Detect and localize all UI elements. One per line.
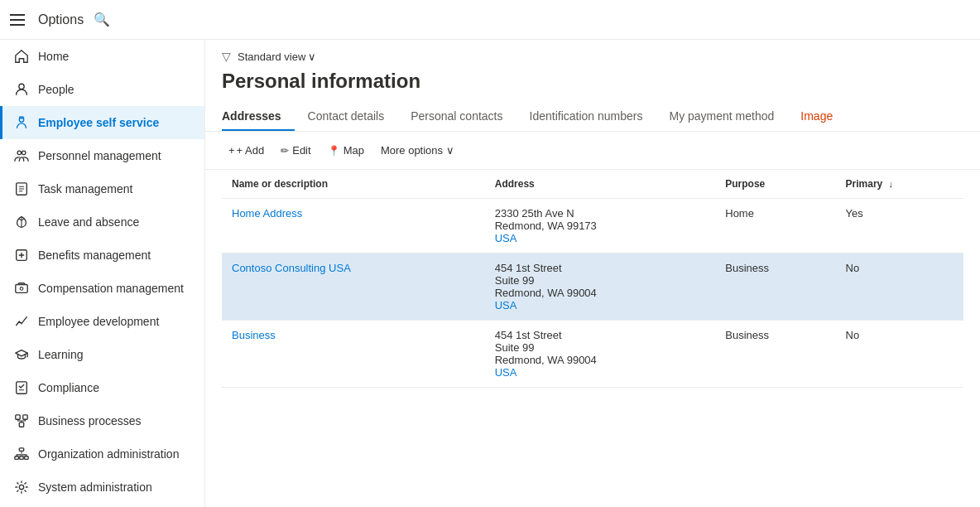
address-name-link[interactable]: Business [232, 329, 276, 341]
tabs-bar: AddressesContact detailsPersonal contact… [222, 103, 963, 131]
svg-rect-7 [16, 285, 27, 293]
add-button[interactable]: + + Add [222, 140, 271, 161]
col-header-name: Name or description [222, 170, 485, 199]
person-badge-icon [13, 114, 30, 131]
sidebar-item-label: Compensation management [38, 282, 184, 295]
sort-icon: ↓ [889, 179, 894, 189]
sidebar-item-employee-development[interactable]: Employee development [0, 305, 204, 338]
cell-purpose: Business [715, 254, 835, 321]
tab-my-payment-method[interactable]: My payment method [656, 103, 787, 131]
filter-icon[interactable]: ▽ [222, 50, 231, 63]
col-header-primary[interactable]: Primary ↓ [836, 170, 963, 199]
svg-point-8 [20, 287, 23, 291]
cell-name: Home Address [222, 199, 485, 254]
cell-primary: No [836, 321, 963, 388]
person-icon [13, 81, 30, 98]
search-icon[interactable]: 🔍 [94, 12, 110, 27]
table-container: Name or description Address Purpose Prim… [205, 170, 980, 388]
svg-rect-11 [23, 415, 27, 419]
tab-personal-contacts[interactable]: Personal contacts [397, 103, 516, 131]
standard-view-dropdown[interactable]: Standard view ∨ [238, 51, 316, 63]
layout: Home People Employee self service Person… [0, 40, 980, 507]
learning-icon [13, 346, 30, 363]
table-row[interactable]: Home Address 2330 25th Ave NRedmond, WA … [222, 199, 963, 254]
tab-identification-numbers[interactable]: Identification numbers [516, 103, 656, 131]
more-options-button[interactable]: More options ∨ [374, 140, 461, 161]
compensation-icon [13, 280, 30, 297]
compliance-icon [13, 379, 30, 396]
filter-view-row: ▽ Standard view ∨ [222, 50, 963, 63]
col-header-address: Address [485, 170, 716, 199]
development-icon [13, 313, 30, 330]
sidebar-item-label: Employee development [38, 315, 159, 328]
svg-rect-10 [16, 415, 20, 419]
sidebar-item-label: Business processes [38, 414, 142, 427]
tab-image[interactable]: Image [787, 103, 846, 131]
sidebar-item-compensation-management[interactable]: Compensation management [0, 272, 204, 305]
tab-addresses[interactable]: Addresses [222, 103, 295, 131]
sidebar-item-learning[interactable]: Learning [0, 338, 204, 371]
sidebar-item-benefits-management[interactable]: Benefits management [0, 239, 204, 272]
sidebar-item-business-processes[interactable]: Business processes [0, 404, 204, 437]
chevron-down-icon: ∨ [308, 51, 316, 63]
sidebar-item-label: System administration [38, 480, 152, 494]
topbar-title: Options [38, 12, 84, 27]
page-title: Personal information [222, 70, 963, 93]
cell-purpose: Home [715, 199, 835, 254]
sidebar-item-task-management[interactable]: Task management [0, 172, 204, 205]
sidebar-item-label: Home [38, 50, 69, 63]
address-name-link[interactable]: Home Address [232, 207, 302, 220]
map-button[interactable]: 📍 Map [321, 140, 371, 161]
sidebar-item-employee-self-service[interactable]: Employee self service [0, 106, 204, 139]
main-content: ▽ Standard view ∨ Personal information A… [205, 40, 980, 507]
table-header-row: Name or description Address Purpose Prim… [222, 170, 963, 199]
sidebar-item-home[interactable]: Home [0, 40, 204, 73]
cell-address: 454 1st StreetSuite 99Redmond, WA 99004U… [485, 321, 716, 388]
benefits-icon [13, 247, 30, 263]
cell-name: Contoso Consulting USA [222, 254, 485, 321]
table-row[interactable]: Contoso Consulting USA 454 1st StreetSui… [222, 254, 963, 321]
sidebar-item-label: Leave and absence [38, 215, 139, 229]
sidebar-item-personnel-management[interactable]: Personnel management [0, 139, 204, 172]
svg-point-0 [19, 84, 24, 89]
svg-point-3 [17, 151, 22, 155]
sidebar-item-label: People [38, 83, 74, 96]
svg-point-17 [19, 485, 23, 489]
sidebar-item-label: Personnel management [38, 149, 161, 162]
leave-icon [13, 214, 30, 230]
sidebar-item-label: Organization administration [38, 447, 179, 461]
business-processes-icon [13, 413, 30, 429]
sidebar-item-people[interactable]: People [0, 73, 204, 106]
top-bar: Options 🔍 [0, 0, 980, 40]
sidebar-item-organization-administration[interactable]: Organization administration [0, 437, 204, 471]
address-name-link[interactable]: Contoso Consulting USA [232, 262, 351, 274]
table-row[interactable]: Business 454 1st StreetSuite 99Redmond, … [222, 321, 963, 388]
org-admin-icon [13, 446, 30, 462]
edit-button[interactable]: ✏ Edit [274, 140, 317, 161]
chevron-down-icon: ∨ [446, 144, 454, 157]
people-team-icon [13, 147, 30, 164]
sidebar-item-leave-and-absence[interactable]: Leave and absence [0, 205, 204, 239]
tab-contact-details[interactable]: Contact details [295, 103, 398, 131]
system-admin-icon [13, 479, 30, 495]
content-header: ▽ Standard view ∨ Personal information A… [205, 40, 980, 132]
cell-name: Business [222, 321, 485, 388]
svg-rect-15 [20, 456, 24, 460]
sidebar-item-label: Employee self service [38, 116, 159, 129]
toolbar: + + Add ✏ Edit 📍 Map More options ∨ [205, 132, 980, 170]
sidebar-item-label: Compliance [38, 381, 99, 394]
add-icon: + [228, 144, 235, 157]
col-header-purpose: Purpose [715, 170, 835, 199]
hamburger-menu[interactable] [10, 14, 25, 26]
cell-address: 2330 25th Ave NRedmond, WA 99173USA [485, 199, 716, 254]
cell-primary: No [836, 254, 963, 321]
map-icon: 📍 [328, 145, 340, 157]
svg-point-4 [22, 151, 26, 155]
sidebar-item-compliance[interactable]: Compliance [0, 371, 204, 404]
sidebar-item-system-administration[interactable]: System administration [0, 471, 204, 504]
sidebar-item-label: Benefits management [38, 249, 151, 262]
sidebar-item-label: Task management [38, 182, 132, 196]
edit-icon: ✏ [281, 145, 289, 157]
svg-point-1 [19, 118, 23, 122]
svg-rect-12 [19, 422, 23, 427]
